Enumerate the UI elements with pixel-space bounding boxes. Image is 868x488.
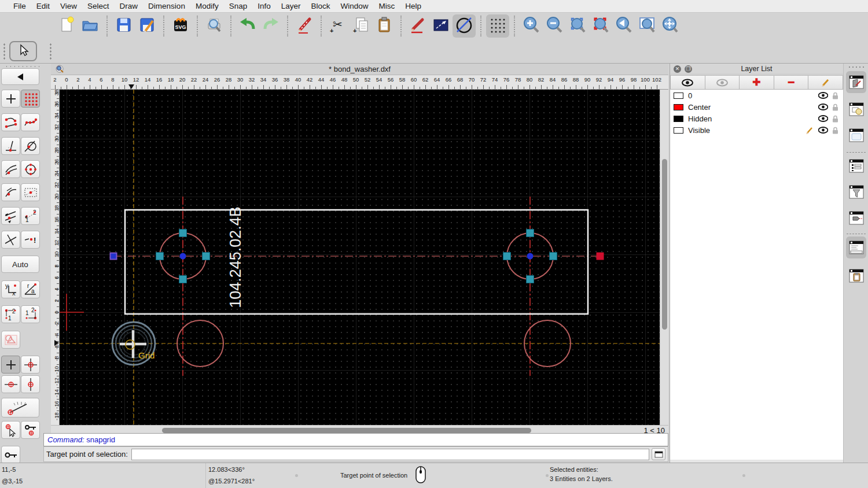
menu-window[interactable]: Window (336, 2, 374, 10)
snap-free-button[interactable] (1, 90, 20, 108)
menu-draw[interactable]: Draw (115, 2, 144, 10)
layer-panel-titlebar[interactable]: ✕ ❐ Layer List (670, 64, 843, 75)
coordinate-polar-button[interactable]: ra (21, 280, 40, 298)
canvas-vertical-scrollbar[interactable] (660, 90, 668, 425)
circle-center-point-right[interactable] (527, 253, 534, 260)
restrict-orthogonal-button[interactable] (1, 207, 20, 225)
save-button[interactable] (112, 14, 135, 38)
exclusive-snap-button[interactable]: ! (21, 231, 40, 249)
layer-row-center[interactable]: Center (670, 101, 843, 113)
circle-tool-button[interactable] (453, 14, 476, 38)
snap-intersection-button[interactable] (21, 183, 40, 201)
new-document-button[interactable] (56, 14, 79, 38)
snap-endpoints-button[interactable] (1, 113, 20, 131)
menu-info[interactable]: Info (252, 2, 276, 10)
crosshair-vertical-button[interactable] (21, 375, 40, 393)
layer-visible-icon[interactable] (818, 103, 828, 110)
open-file-button[interactable] (79, 14, 102, 38)
layer-lock-icon[interactable] (832, 127, 838, 134)
zoom-auto-button[interactable] (566, 14, 589, 38)
remove-layer-button[interactable]: ━ (774, 75, 809, 90)
cut-button[interactable]: ✂+ (326, 14, 350, 38)
layer-lock-icon[interactable] (832, 92, 838, 99)
zoom-previous-button[interactable] (612, 14, 635, 38)
zoom-pan-button[interactable] (659, 14, 682, 38)
select-reference-button[interactable] (1, 421, 20, 439)
selection-pointer-button[interactable] (9, 41, 37, 61)
snap-on-entity-button[interactable] (21, 113, 40, 131)
add-layer-button[interactable]: ✚ (740, 75, 774, 90)
command-input[interactable] (131, 449, 649, 460)
layer-row-0[interactable]: 0 (670, 90, 843, 101)
layer-list-window-button[interactable] (846, 71, 866, 93)
menu-edit[interactable]: Edit (31, 2, 55, 10)
menu-dimension[interactable]: Dimension (143, 2, 190, 10)
grid-toggle-button[interactable] (486, 14, 509, 38)
selection-filter-button[interactable] (1, 331, 20, 349)
coordinate-cartesian-button[interactable]: yx (1, 280, 20, 298)
snap-distance-points-button[interactable]: 12 (21, 207, 40, 225)
two-points-1-button[interactable]: 12 (1, 305, 20, 323)
layer-lock-icon[interactable] (832, 103, 838, 111)
delete-entity-button[interactable] (293, 14, 316, 38)
menu-block[interactable]: Block (306, 2, 336, 10)
filter-window-button[interactable] (846, 181, 866, 203)
pen-window-button[interactable] (846, 207, 866, 229)
intersection-manual-button[interactable] (1, 231, 20, 249)
vscroll-thumb[interactable] (662, 159, 667, 330)
menu-select[interactable]: Select (82, 2, 115, 10)
line-tool-button[interactable] (429, 14, 453, 38)
snap-grid-button[interactable] (21, 90, 40, 108)
document-titlebar[interactable]: * bond_washer.dxf (51, 64, 668, 75)
redo-button[interactable] (259, 14, 282, 38)
layer-lock-icon[interactable] (832, 115, 838, 123)
snap-distance-button[interactable] (1, 183, 20, 201)
menu-modify[interactable]: Modify (190, 2, 224, 10)
snap-tangent-button[interactable] (21, 137, 40, 155)
menu-view[interactable]: View (55, 2, 82, 10)
layer-visible-icon[interactable] (818, 115, 828, 122)
two-points-2-button[interactable]: 12 (21, 305, 40, 323)
lock-relative-zero-button[interactable] (1, 446, 20, 464)
zoom-selected-button[interactable] (589, 14, 612, 38)
hscroll-thumb[interactable] (162, 428, 531, 433)
snap-center-button[interactable] (21, 160, 40, 178)
edit-layer-button[interactable] (808, 75, 843, 90)
library-browser-window-button[interactable] (846, 124, 866, 146)
set-relative-zero-button[interactable] (1, 356, 20, 374)
command-history[interactable]: Command: snapgrid (43, 433, 668, 446)
command-window-toggle-button[interactable] (652, 448, 665, 460)
layer-row-visible[interactable]: Visible (670, 124, 843, 136)
hide-all-layers-button[interactable] (705, 75, 740, 90)
clipboard-window-button[interactable] (846, 265, 866, 287)
line-end-handle[interactable] (597, 253, 604, 260)
splitter-handle[interactable] (546, 474, 549, 477)
menu-snap[interactable]: Snap (224, 2, 253, 10)
toolbar-handle[interactable] (5, 65, 41, 68)
layer-visible-icon[interactable] (818, 127, 828, 134)
entity-list-window-button[interactable] (846, 155, 866, 177)
line-start-handle[interactable] (111, 253, 117, 260)
part-number-text[interactable]: 104.245.02.4B (227, 206, 244, 308)
menu-file[interactable]: File (8, 2, 31, 10)
print-preview-button[interactable] (203, 14, 226, 38)
toolbar-handle[interactable] (50, 43, 52, 60)
angle-gauge-button[interactable] (1, 398, 39, 417)
zoom-window-button[interactable] (635, 14, 659, 38)
circle-center-point-left[interactable] (180, 253, 186, 260)
washer-outline-rect[interactable] (125, 210, 588, 314)
undo-button[interactable] (236, 14, 259, 38)
drawing-canvas[interactable]: 104.245.02.4B Grid (60, 90, 660, 425)
splitter-handle[interactable] (742, 474, 745, 477)
snap-middle-button[interactable] (1, 160, 20, 178)
back-button[interactable] (1, 68, 39, 85)
snap-perpendicular-button[interactable] (1, 137, 20, 155)
zoom-out-button[interactable] (543, 14, 566, 38)
menu-help[interactable]: Help (400, 2, 426, 10)
copy-button[interactable]: + (350, 14, 373, 38)
layer-visible-icon[interactable] (818, 92, 828, 99)
relative-zero-marker-button[interactable] (21, 356, 40, 374)
menu-layer[interactable]: Layer (276, 2, 306, 10)
menu-misc[interactable]: Misc (374, 2, 400, 10)
paste-button[interactable] (373, 14, 396, 38)
